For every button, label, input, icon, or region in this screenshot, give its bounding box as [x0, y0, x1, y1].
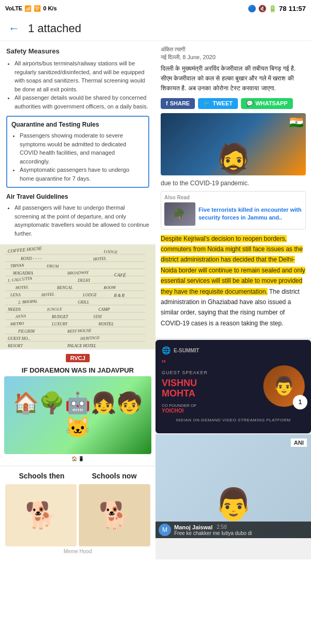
svg-text:BOND - - - -: BOND - - - - [21, 256, 42, 261]
mute-icon: 🔇 [258, 5, 266, 12]
svg-text:ROOM: ROOM [103, 285, 117, 290]
bluetooth-icon: 🔵 [248, 5, 256, 12]
schools-then-label: Schools then [19, 472, 64, 480]
also-read-title: Five terrorists killed in encounter with… [199, 206, 302, 222]
svg-text:HOSTEL: HOSTEL [98, 322, 114, 326]
ani-card: ANI 👨 M Manoj Jaiswal 2:58 Free ke chakk… [156, 434, 311, 538]
schools-now-label: Schools now [92, 472, 136, 480]
status-left: VoLTE 📶 🛜 0 K/s [5, 5, 57, 12]
battery-level: 78 [279, 5, 286, 12]
rvcj-logo: RVCJ [4, 354, 151, 364]
esummit-top: 🌐 E-SUMMIT [162, 346, 305, 354]
facebook-icon: f [166, 100, 168, 106]
safety-card: Safety Measures All airports/bus termina… [0, 41, 156, 244]
twitter-share-label: TWEET [213, 100, 233, 106]
news-hindi-text: दिल्ली के मुख्यमंत्री अरविंद केजरीवाल की… [161, 64, 306, 94]
svg-text:CAFÉ: CAFÉ [114, 272, 126, 278]
status-right: 🔵 🔇 🔋 78 11:57 [248, 5, 306, 12]
ani-image: ANI 👨 M Manoj Jaiswal 2:58 Free ke chakk… [156, 434, 311, 538]
ani-person-emoji: 👨 [214, 486, 253, 523]
safety-bullet-1: All airports/bus terminals/railway stati… [15, 59, 149, 93]
play-badge[interactable]: 1 [293, 395, 307, 409]
air-travel-bullet-1: All passengers will have to undergo ther… [15, 203, 149, 238]
schools-images: 🐕 🐕 [5, 484, 150, 546]
news-card: अंकित त्यागी नई दिल्ली, 8 June, 2020 दिल… [156, 41, 311, 338]
whatsapp-share-button[interactable]: 💬 WHATSAPP [241, 98, 293, 109]
air-travel-section: Air Travel Guidelines All passengers wil… [6, 193, 149, 238]
air-travel-title: Air Travel Guidelines [6, 193, 149, 200]
also-read-image-inner: 🪖 [164, 202, 195, 226]
ani-user-avatar: M [159, 524, 171, 536]
news-covid-text: due to the COVID-19 pandemic. [161, 180, 306, 187]
safety-bullets: All airports/bus terminals/railway stati… [6, 59, 149, 111]
back-button[interactable]: ← [8, 22, 20, 35]
ani-video-duration: 2:58 [217, 524, 227, 530]
news-date: नई दिल्ली, 8 June, 2020 [161, 54, 306, 61]
svg-text:MAGADHA: MAGADHA [12, 271, 33, 276]
speaker-photo-container: 👨 1 [263, 365, 305, 407]
page-title: 1 attached [28, 22, 81, 35]
svg-text:HOTEL: HOTEL [93, 256, 107, 262]
speaker-name: VISHNUMOHTA [162, 378, 258, 399]
svg-text:ANNA: ANNA [15, 313, 26, 319]
battery-icon: 🔋 [268, 5, 277, 12]
air-travel-bullets: All passengers will have to undergo ther… [6, 203, 149, 238]
esummit-logo: E-SUMMIT [174, 348, 199, 353]
person-emoji: 🧔 [216, 142, 251, 175]
india-flag-emoji: 🇮🇳 [289, 116, 303, 129]
meme-brand: Meme Hood [5, 549, 150, 554]
ani-bottom-bar: M Manoj Jaiswal 2:58 Free ke chakker me … [156, 522, 311, 538]
news-main-image: 🇮🇳 🧔 [161, 113, 306, 175]
svg-text:BROADWAY: BROADWAY [67, 270, 90, 276]
guest-speaker-label: GUEST SPEAKER [162, 370, 258, 375]
speaker-photo: 👨 1 [263, 365, 305, 407]
also-read-content: 🪖 Five terrorists killed in encounter wi… [164, 202, 302, 226]
ani-badge: ANI [291, 439, 307, 447]
esummit-content: " GUEST SPEAKER VISHNUMOHTA CO FOUNDER O… [162, 359, 305, 414]
schools-header: Schools then Schools now [5, 472, 150, 480]
doraemon-image: 🏠🌳🤖👧🧒🐱 [4, 376, 151, 454]
content-grid: Safety Measures All airports/bus termina… [0, 41, 311, 559]
whatsapp-share-label: WHATSAPP [256, 100, 288, 106]
twitter-share-button[interactable]: 🐦 TWEET [198, 98, 238, 109]
handwritten-inner: COFFEE HOUSE BOND - - - - TRIVAN DRUM HO… [0, 245, 156, 349]
platform-label: INDIAN ON-DEMAND VIDEO STREAMING PLATFOR… [162, 418, 305, 422]
ani-user-info: Manoj Jaiswal 2:58 Free ke chakker me lu… [174, 524, 252, 536]
svg-text:LODGE: LODGE [82, 293, 97, 297]
clock: 11:57 [289, 5, 306, 12]
svg-text:LENA: LENA [10, 293, 21, 297]
also-read-box[interactable]: Also Read 🪖 Five terrorists killed in en… [161, 191, 306, 229]
quarantine-title: Quarantine and Testing Rules [11, 121, 144, 128]
svg-text:TRIVAN: TRIVAN [10, 263, 25, 268]
svg-text:GUEST HO...: GUEST HO... [8, 336, 31, 341]
esummit-card: 🌐 E-SUMMIT " GUEST SPEAKER VISHNUMOHTA C… [156, 340, 311, 433]
schools-meme-card: Schools then Schools now 🐕 🐕 Meme Hood [0, 467, 156, 559]
svg-text:CAMP: CAMP [98, 307, 110, 312]
svg-text:STAY: STAY [93, 314, 103, 319]
carrier-label: VoLTE [5, 5, 22, 11]
schools-now-image: 🐕 [79, 484, 150, 546]
handwritten-note-card: COFFEE HOUSE BOND - - - - TRIVAN DRUM HO… [0, 245, 156, 349]
svg-text:METRO: METRO [10, 321, 24, 326]
svg-text:BENGAL: BENGAL [57, 285, 73, 290]
news-author: अंकित त्यागी [161, 46, 306, 53]
facebook-share-button[interactable]: f SHARE [161, 98, 195, 109]
schools-then-image: 🐕 [5, 484, 77, 546]
right-column: अंकित त्यागी नई दिल्ली, 8 June, 2020 दिल… [156, 41, 311, 559]
svg-text:PALACE HOTEL: PALACE HOTEL [67, 344, 96, 348]
svg-text:DRUM: DRUM [46, 264, 60, 269]
svg-text:GRILL: GRILL [78, 300, 90, 305]
esummit-left-info: " GUEST SPEAKER VISHNUMOHTA CO FOUNDER O… [162, 359, 258, 414]
highlighted-paragraph: Despite Kejriwal's decision to reopen bo… [161, 234, 306, 329]
svg-text:LUXURY: LUXURY [51, 322, 68, 326]
svg-text:JUNGLE: JUNGLE [47, 307, 62, 312]
wifi-icon: 🛜 [34, 5, 41, 12]
svg-text:PILGRIM: PILGRIM [18, 329, 35, 334]
svg-text:RESORT: RESORT [7, 344, 23, 348]
left-column: Safety Measures All airports/bus termina… [0, 41, 156, 559]
share-buttons: f SHARE 🐦 TWEET 💬 WHATSAPP [161, 98, 306, 109]
svg-text:REST HOUSE: REST HOUSE [67, 328, 92, 334]
rvcj-meme-card: RVCJ IF DORAEMON WAS IN JADAVPUR 🏠🌳🤖👧🧒🐱 … [0, 350, 156, 465]
whatsapp-icon: 💬 [246, 100, 253, 107]
ani-user-name: Manoj Jaiswal [174, 524, 213, 530]
